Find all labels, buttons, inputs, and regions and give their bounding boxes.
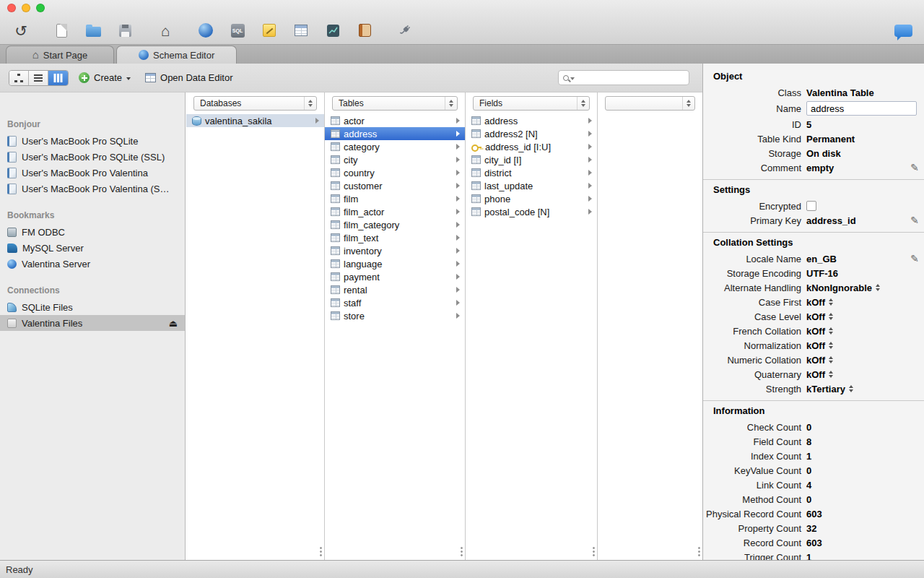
close-button[interactable]: [7, 4, 16, 12]
table-list-item[interactable]: rental: [325, 283, 465, 296]
property-value[interactable]: kOff: [806, 297, 908, 308]
sidebar-item[interactable]: MySQL Server: [0, 240, 185, 256]
edit-pencil-icon[interactable]: [910, 215, 919, 225]
property-value[interactable]: address: [806, 101, 917, 116]
sidebar-item[interactable]: User's MacBook Pro SQLite (SSL): [0, 149, 185, 165]
table-list-item[interactable]: staff: [325, 296, 465, 309]
property-value[interactable]: 4: [806, 480, 908, 491]
tree-view-button[interactable]: [9, 71, 29, 85]
column-resize-grip[interactable]: [697, 546, 701, 557]
property-value[interactable]: kOff: [806, 340, 908, 351]
checkbox[interactable]: [806, 201, 816, 211]
sidebar-item[interactable]: Valentina Server: [0, 256, 185, 272]
diagram-button[interactable]: [322, 19, 344, 42]
property-value[interactable]: kOff: [806, 311, 908, 322]
connection-button[interactable]: [394, 19, 416, 42]
property-value[interactable]: 603: [806, 538, 908, 548]
property-value[interactable]: 0: [806, 422, 908, 433]
search-input[interactable]: [576, 73, 684, 83]
property-value[interactable]: kOff: [806, 326, 908, 337]
field-list-item[interactable]: postal_code [N]: [466, 205, 597, 218]
table-list-item[interactable]: address: [325, 127, 465, 140]
field-list-item[interactable]: last_update: [466, 179, 597, 192]
tab[interactable]: Schema Editor: [116, 46, 237, 64]
table-list-item[interactable]: film_text: [325, 231, 465, 244]
reports-button[interactable]: [354, 19, 375, 42]
edit-pencil-icon[interactable]: [910, 254, 919, 264]
database-list-item[interactable]: valentina_sakila: [186, 114, 324, 127]
table-list-item[interactable]: customer: [325, 179, 465, 192]
save-button[interactable]: [114, 19, 136, 42]
list-view-button[interactable]: [29, 71, 48, 85]
field-list-item[interactable]: address_id [I:U]: [466, 140, 597, 153]
property-value[interactable]: 0: [806, 465, 908, 476]
column-resize-grip[interactable]: [319, 546, 323, 557]
property-value[interactable]: kOff: [806, 355, 908, 366]
open-data-editor-button[interactable]: Open Data Editor: [145, 72, 232, 83]
zoom-button[interactable]: [36, 4, 45, 12]
property-value[interactable]: 5: [806, 119, 908, 130]
property-value[interactable]: empty: [806, 163, 908, 173]
property-value[interactable]: UTF-16: [806, 268, 908, 279]
property-value[interactable]: On disk: [806, 148, 908, 159]
minimize-button[interactable]: [22, 4, 30, 12]
column-view-button[interactable]: [48, 71, 68, 85]
table-list-item[interactable]: film: [325, 192, 465, 205]
property-value[interactable]: 1: [806, 552, 908, 561]
table-list-item[interactable]: actor: [325, 114, 465, 127]
table-editor-button[interactable]: [290, 19, 312, 42]
property-value[interactable]: address_id: [806, 215, 908, 226]
table-list-item[interactable]: inventory: [325, 244, 465, 257]
edit-pencil-icon[interactable]: [910, 163, 919, 173]
property-value[interactable]: en_GB: [806, 254, 908, 264]
table-list-item[interactable]: film_category: [325, 218, 465, 231]
undo-button[interactable]: ↺: [10, 19, 32, 42]
eject-icon[interactable]: [169, 318, 178, 329]
new-document-button[interactable]: [51, 19, 72, 42]
property-value[interactable]: kOff: [806, 369, 908, 380]
sidebar-item[interactable]: Valentina Files: [0, 315, 185, 331]
fields-dropdown[interactable]: Fields: [473, 96, 590, 111]
table-list-item[interactable]: country: [325, 166, 465, 179]
create-button[interactable]: Create: [79, 72, 131, 83]
tables-dropdown[interactable]: Tables: [332, 96, 458, 111]
column-resize-grip[interactable]: [592, 546, 596, 557]
field-list-item[interactable]: city_id [I]: [466, 153, 597, 166]
sql-editor-button[interactable]: SQL: [227, 19, 248, 42]
property-value[interactable]: Valentina Table: [806, 87, 908, 98]
table-list-item[interactable]: category: [325, 140, 465, 153]
valentina-button[interactable]: [195, 19, 217, 42]
notes-button[interactable]: [258, 19, 280, 42]
property-value[interactable]: kNonIgnorable: [806, 282, 908, 293]
home-button[interactable]: ⌂: [154, 19, 176, 42]
property-value[interactable]: [806, 201, 908, 211]
sidebar-item[interactable]: FM ODBC: [0, 224, 185, 240]
field-list-item[interactable]: phone: [466, 192, 597, 205]
search-field[interactable]: [558, 70, 689, 85]
property-value[interactable]: kTertiary: [806, 384, 908, 394]
property-value[interactable]: Permanent: [806, 134, 908, 144]
table-list-item[interactable]: language: [325, 257, 465, 270]
table-list-item[interactable]: film_actor: [325, 205, 465, 218]
open-button[interactable]: [82, 19, 104, 42]
field-list-item[interactable]: address: [466, 114, 597, 127]
sidebar-item[interactable]: User's MacBook Pro Valentina (S…: [0, 181, 185, 197]
next-dropdown[interactable]: [605, 96, 695, 111]
field-list-item[interactable]: district: [466, 166, 597, 179]
feedback-button[interactable]: [892, 19, 914, 42]
tab[interactable]: Start Page: [6, 46, 114, 64]
field-list-item[interactable]: address2 [N]: [466, 127, 597, 140]
sidebar-item[interactable]: User's MacBook Pro SQLite: [0, 133, 185, 149]
column-resize-grip[interactable]: [460, 546, 463, 557]
property-value[interactable]: 32: [806, 523, 908, 534]
property-value[interactable]: 8: [806, 436, 908, 447]
property-value[interactable]: 1: [806, 451, 908, 462]
table-list-item[interactable]: payment: [325, 270, 465, 283]
databases-dropdown[interactable]: Databases: [193, 96, 317, 111]
table-list-item[interactable]: store: [325, 309, 465, 322]
sidebar-item[interactable]: User's MacBook Pro Valentina: [0, 165, 185, 181]
property-value[interactable]: 0: [806, 494, 908, 505]
titlebar[interactable]: [0, 0, 924, 16]
table-list-item[interactable]: city: [325, 153, 465, 166]
property-value[interactable]: 603: [806, 509, 908, 519]
